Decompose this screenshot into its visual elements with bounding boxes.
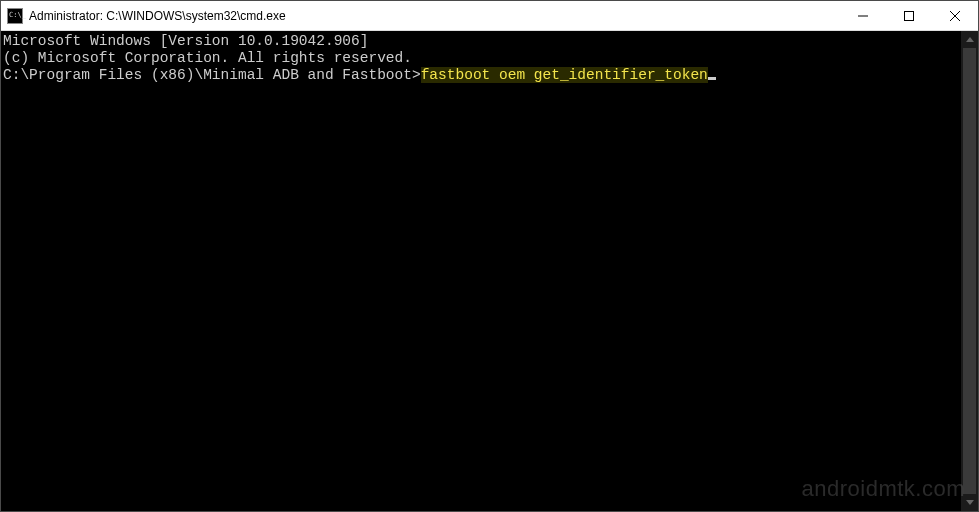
- svg-rect-1: [905, 11, 914, 20]
- scroll-thumb[interactable]: [963, 48, 976, 494]
- scroll-down-button[interactable]: [961, 494, 978, 511]
- cmd-window: Administrator: C:\WINDOWS\system32\cmd.e…: [0, 0, 979, 512]
- terminal-line: (c) Microsoft Corporation. All rights re…: [3, 50, 959, 67]
- prompt: C:\Program Files (x86)\Minimal ADB and F…: [3, 67, 421, 83]
- titlebar[interactable]: Administrator: C:\WINDOWS\system32\cmd.e…: [1, 1, 978, 31]
- command-input: fastboot oem get_identifier_token: [421, 67, 708, 83]
- terminal-prompt-line: C:\Program Files (x86)\Minimal ADB and F…: [3, 67, 959, 84]
- close-button[interactable]: [932, 1, 978, 30]
- maximize-button[interactable]: [886, 1, 932, 30]
- minimize-button[interactable]: [840, 1, 886, 30]
- terminal[interactable]: Microsoft Windows [Version 10.0.19042.90…: [1, 31, 961, 511]
- terminal-area: Microsoft Windows [Version 10.0.19042.90…: [1, 31, 978, 511]
- window-controls: [840, 1, 978, 30]
- terminal-line: Microsoft Windows [Version 10.0.19042.90…: [3, 33, 959, 50]
- scroll-up-button[interactable]: [961, 31, 978, 48]
- window-title: Administrator: C:\WINDOWS\system32\cmd.e…: [29, 9, 840, 23]
- cmd-icon: [7, 8, 23, 24]
- cursor: [708, 77, 716, 80]
- vertical-scrollbar[interactable]: [961, 31, 978, 511]
- scroll-track[interactable]: [961, 48, 978, 494]
